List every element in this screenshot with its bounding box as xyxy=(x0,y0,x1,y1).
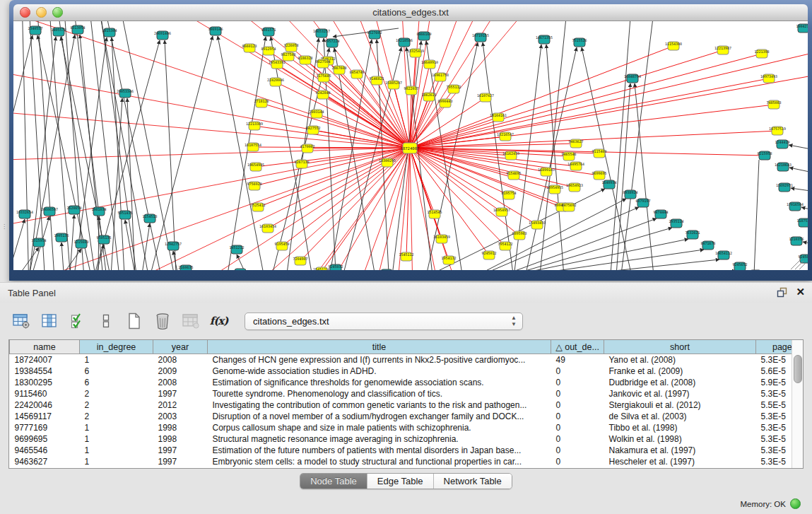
svg-text:8195754: 8195754 xyxy=(501,191,516,195)
svg-text:10654112: 10654112 xyxy=(715,251,732,255)
svg-text:1981034: 1981034 xyxy=(91,207,106,211)
svg-text:29053346: 29053346 xyxy=(117,89,134,93)
svg-text:2718126: 2718126 xyxy=(254,99,269,103)
table-toolbar: f(x) citations_edges.txt ▲▼ xyxy=(0,303,812,339)
svg-text:14495764: 14495764 xyxy=(567,162,584,166)
svg-text:18757519: 18757519 xyxy=(769,127,786,131)
svg-text:16848794: 16848794 xyxy=(624,74,641,78)
table-vertical-scrollbar[interactable] xyxy=(792,340,803,468)
column-header-title[interactable]: title xyxy=(208,340,551,354)
memory-status-indicator[interactable] xyxy=(790,498,801,509)
close-panel-icon[interactable]: ✕ xyxy=(796,286,805,298)
svg-text:22420046: 22420046 xyxy=(267,78,284,82)
column-header-short[interactable]: short xyxy=(604,340,756,354)
column-edit-icon[interactable] xyxy=(40,312,59,330)
svg-text:1451212: 1451212 xyxy=(229,245,244,250)
column-header-name[interactable]: name xyxy=(10,340,80,354)
svg-text:9245082: 9245082 xyxy=(798,255,808,259)
svg-text:9827508: 9827508 xyxy=(281,52,295,57)
svg-text:17016504: 17016504 xyxy=(787,202,804,206)
panel-divider-handle[interactable]: ⋮ xyxy=(1,223,6,230)
svg-text:19654923: 19654923 xyxy=(566,183,583,187)
svg-text:8186328: 8186328 xyxy=(298,56,312,60)
svg-text:18300295: 18300295 xyxy=(379,158,396,163)
table-settings-icon[interactable] xyxy=(11,312,30,330)
table-panel-header: Table Panel ✕ xyxy=(0,282,812,303)
svg-text:3175685: 3175685 xyxy=(316,74,331,78)
column-header-in_degree[interactable]: in_degree xyxy=(80,340,153,354)
svg-text:1221398: 1221398 xyxy=(754,49,769,54)
table-row[interactable]: 1938455462009Genome-wide association stu… xyxy=(10,366,804,377)
svg-text:9195459: 9195459 xyxy=(274,242,289,246)
table-row[interactable]: 2242004622012Investigating the contribut… xyxy=(10,399,804,411)
network-window-titlebar[interactable]: citations_edges.txt xyxy=(13,4,808,21)
svg-text:16899103: 16899103 xyxy=(538,168,555,172)
svg-text:9146821: 9146821 xyxy=(369,76,384,81)
graph-node[interactable] xyxy=(235,269,246,270)
table-row[interactable]: 1456911722003Disruption of a novel membe… xyxy=(10,411,804,422)
svg-text:2867608: 2867608 xyxy=(331,66,346,70)
svg-text:1004277: 1004277 xyxy=(796,24,808,28)
table-row[interactable]: 977716911998Corpus callosum shape and si… xyxy=(10,422,804,433)
function-builder-icon[interactable]: f(x) xyxy=(209,312,228,330)
graph-node[interactable] xyxy=(381,269,392,270)
scrollbar-thumb[interactable] xyxy=(794,355,802,383)
table-row[interactable]: 1872400712008Changes of HCN gene express… xyxy=(10,354,804,366)
column-header-year[interactable]: year xyxy=(153,340,208,354)
delete-table-icon xyxy=(181,312,200,330)
svg-text:1954132: 1954132 xyxy=(441,256,456,260)
table-row[interactable]: 946554611997Estimation of the future num… xyxy=(10,445,804,456)
float-panel-icon[interactable] xyxy=(777,287,787,298)
svg-text:8215958: 8215958 xyxy=(757,151,772,156)
svg-text:1640934: 1640934 xyxy=(601,180,616,185)
svg-text:6895963: 6895963 xyxy=(512,231,526,235)
network-view-area: ⋮ citations_edges.txt 2 xyxy=(0,0,812,282)
svg-text:19218586: 19218586 xyxy=(396,38,413,42)
svg-text:9245012: 9245012 xyxy=(481,251,496,255)
table-selector-dropdown[interactable]: citations_edges.txt ▲▼ xyxy=(245,313,523,330)
svg-text:12213389: 12213389 xyxy=(246,122,263,126)
svg-text:8267130: 8267130 xyxy=(294,160,309,164)
svg-text:8912954: 8912954 xyxy=(261,47,276,51)
tab-edge-table[interactable]: Edge Table xyxy=(367,474,433,489)
svg-text:1210356: 1210356 xyxy=(789,237,804,241)
svg-text:9115460: 9115460 xyxy=(592,149,606,153)
svg-text:15692971: 15692971 xyxy=(776,183,793,187)
svg-text:2935114: 2935114 xyxy=(669,219,683,223)
dropdown-arrows-icon: ▲▼ xyxy=(511,315,517,327)
svg-text:7957224: 7957224 xyxy=(324,39,339,43)
status-bar: Memory: OK xyxy=(0,493,812,514)
table-row[interactable]: 946362711997Embryonic stem cells: a mode… xyxy=(10,456,804,467)
svg-text:9245652: 9245652 xyxy=(732,262,747,267)
table-row[interactable]: 1830029562008Estimation of significance … xyxy=(10,377,804,388)
svg-text:1514545: 1514545 xyxy=(427,210,442,214)
table-row[interactable]: 911546021997Tourette syndrome. Phenomeno… xyxy=(10,388,804,399)
tab-network-table[interactable]: Network Table xyxy=(433,474,512,489)
svg-text:3315954: 3315954 xyxy=(31,238,46,243)
svg-text:9154695: 9154695 xyxy=(506,171,521,175)
svg-text:11154308: 11154308 xyxy=(665,42,682,46)
network-canvas[interactable]: 2340557140557883130541815304206914063069… xyxy=(13,21,808,270)
tab-node-table[interactable]: Node Table xyxy=(300,474,367,489)
svg-text:16954957: 16954957 xyxy=(493,208,510,212)
delete-column-icon[interactable] xyxy=(153,312,172,330)
svg-text:18640910: 18640910 xyxy=(421,60,438,64)
svg-text:16162459: 16162459 xyxy=(502,151,519,156)
column-header-out_degree[interactable]: △ out_de... xyxy=(551,340,604,354)
svg-text:1081571: 1081571 xyxy=(261,28,276,32)
table-tabs-bar: Node Table Edge Table Network Table xyxy=(0,469,812,493)
table-mode-icon[interactable] xyxy=(96,312,115,330)
table-row[interactable]: 969969511998Structural magnetic resonanc… xyxy=(10,433,804,445)
svg-text:7632621: 7632621 xyxy=(685,230,700,235)
svg-text:2340557: 2340557 xyxy=(28,26,42,30)
svg-text:1905135: 1905135 xyxy=(54,233,69,238)
svg-text:7515526: 7515526 xyxy=(572,38,587,42)
select-columns-icon[interactable] xyxy=(68,312,87,330)
svg-text:12942757: 12942757 xyxy=(165,242,182,246)
new-column-icon[interactable] xyxy=(124,312,143,330)
svg-text:8427552: 8427552 xyxy=(305,126,320,130)
svg-text:8313054: 8313054 xyxy=(70,25,85,30)
svg-text:5051435: 5051435 xyxy=(117,211,132,215)
node-table: namein_degreeyeartitle△ out_de...shortpa… xyxy=(9,340,804,467)
svg-text:6879197: 6879197 xyxy=(635,199,650,203)
